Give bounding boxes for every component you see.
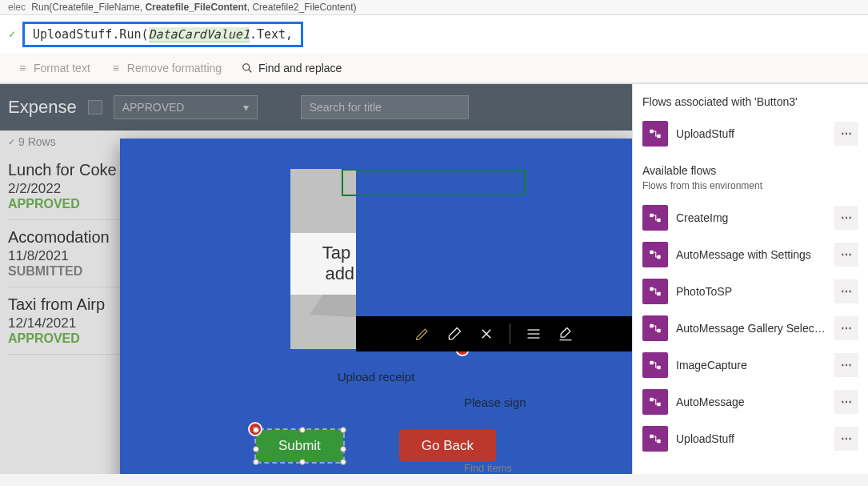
submit-button[interactable]: Submit <box>256 430 343 462</box>
find-items-hint: Find items <box>464 462 512 474</box>
flow-icon <box>642 121 668 147</box>
remove-formatting-button[interactable]: ≡ Remove formatting <box>110 62 222 74</box>
flows-panel: Flows associated with 'Button3' UploadSt… <box>632 84 868 474</box>
svg-rect-23 <box>650 435 654 439</box>
flow-row[interactable]: AutoMessage with Settings ⋯ <box>642 236 858 273</box>
svg-rect-19 <box>650 361 654 365</box>
eraser-icon[interactable] <box>446 325 463 343</box>
flow-row[interactable]: AutoMessage Gallery Select... ⋯ <box>642 310 858 347</box>
canvas[interactable]: Expense APPROVED ▾ Search for title 9 Ro… <box>0 84 632 474</box>
more-button[interactable]: ⋯ <box>834 243 858 267</box>
flow-icon <box>642 242 668 267</box>
available-flows-list: CreateImg ⋯ AutoMessage with Settings ⋯ … <box>642 199 858 457</box>
flow-row[interactable]: ImageCapture ⋯ <box>642 347 858 384</box>
format-icon: ≡ <box>16 62 29 74</box>
flow-icon <box>642 205 668 231</box>
panel-title: Flows associated with 'Button3' <box>642 95 858 108</box>
goback-button[interactable]: Go Back <box>399 430 496 462</box>
more-button[interactable]: ⋯ <box>834 316 858 340</box>
more-button[interactable]: ⋯ <box>834 390 858 414</box>
gallery-header: Expense APPROVED ▾ Search for title <box>0 84 632 131</box>
clear-icon[interactable] <box>478 325 495 343</box>
find-replace-button[interactable]: Find and replace <box>241 62 342 74</box>
svg-rect-20 <box>657 366 661 370</box>
formula-bar[interactable]: UploadStuff.Run(DataCardValue1.Text, <box>22 22 303 47</box>
flow-icon <box>642 315 668 341</box>
svg-rect-17 <box>650 324 654 328</box>
sign-caption: Please sign <box>464 396 526 409</box>
more-button[interactable]: ⋯ <box>834 206 858 230</box>
selection-outline <box>342 169 526 196</box>
lines-icon[interactable] <box>525 325 542 343</box>
search-input[interactable]: Search for title <box>301 95 469 119</box>
flow-icon <box>642 279 668 304</box>
approved-checkbox[interactable] <box>88 100 102 114</box>
upload-modal: Tap or click to add a picture ✕ Upload r… <box>120 139 632 474</box>
svg-rect-14 <box>657 255 661 259</box>
signature-toolbar <box>356 316 632 351</box>
search-icon <box>241 62 254 74</box>
svg-rect-10 <box>657 135 661 139</box>
upload-caption: Upload receipt <box>338 370 415 384</box>
svg-rect-13 <box>650 251 654 255</box>
svg-line-1 <box>249 70 252 73</box>
intellisense-hint: elec Run(Createfile_FileName, Createfile… <box>0 0 868 15</box>
more-button[interactable]: ⋯ <box>834 122 858 146</box>
svg-rect-18 <box>657 329 661 333</box>
available-flows-header: Available flows <box>642 164 858 177</box>
more-button[interactable]: ⋯ <box>834 279 858 303</box>
formula-check-icon: ✓ <box>8 29 16 40</box>
edit-icon[interactable] <box>557 325 574 343</box>
flow-row[interactable]: PhotoToSP ⋯ <box>642 273 858 310</box>
svg-rect-11 <box>650 214 654 218</box>
page-title: Expense <box>8 97 77 118</box>
format-text-button[interactable]: ≡ Format text <box>16 62 90 74</box>
remove-format-icon: ≡ <box>110 62 122 74</box>
flow-icon <box>642 426 668 452</box>
more-button[interactable]: ⋯ <box>834 353 858 377</box>
svg-rect-21 <box>650 398 654 402</box>
svg-rect-12 <box>657 219 661 223</box>
pen-input[interactable] <box>356 169 632 351</box>
svg-rect-9 <box>650 130 654 134</box>
flow-icon <box>642 389 668 415</box>
svg-rect-22 <box>657 403 661 407</box>
status-dropdown[interactable]: APPROVED ▾ <box>114 95 258 119</box>
svg-rect-24 <box>657 440 661 444</box>
associated-flow-row[interactable]: UploadStuff ⋯ <box>642 118 858 150</box>
flow-row[interactable]: UploadStuff ⋯ <box>642 420 858 457</box>
flow-icon <box>642 352 668 378</box>
svg-point-0 <box>243 64 250 70</box>
flow-row[interactable]: AutoMessage ⋯ <box>642 384 858 420</box>
more-button[interactable]: ⋯ <box>834 427 858 451</box>
svg-rect-16 <box>657 292 661 296</box>
chevron-down-icon: ▾ <box>243 101 249 114</box>
pen-icon[interactable] <box>414 325 431 343</box>
flow-row[interactable]: CreateImg ⋯ <box>642 199 858 236</box>
svg-rect-15 <box>650 287 654 291</box>
